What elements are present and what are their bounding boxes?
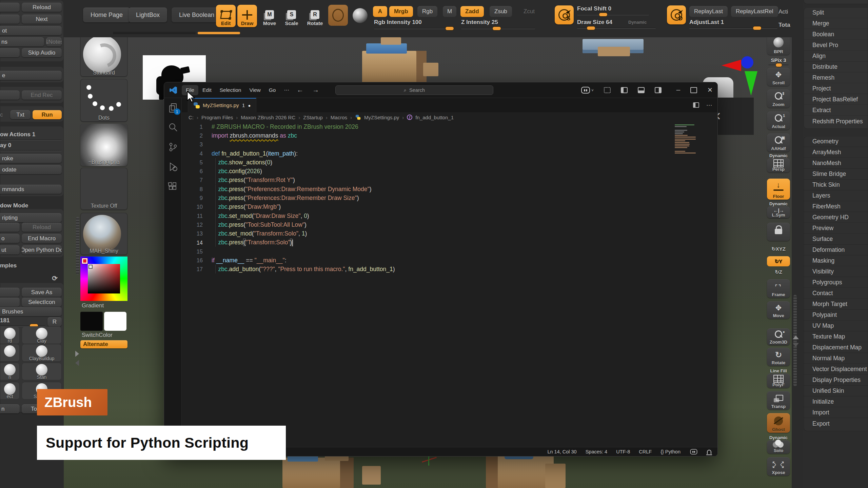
macro-wide-button[interactable]: roke [0,154,62,163]
shelf-scroll-button[interactable]: ✥Scroll [767,68,790,86]
zadd-toggle[interactable]: Zadd [460,6,484,17]
tool-menu-item-export[interactable]: Export [804,418,868,429]
rgb-intensity-slider[interactable]: Rgb Intensity 100 [374,19,451,29]
End Rec-button[interactable]: End Rec [22,90,62,100]
menu-view[interactable]: View [245,85,264,95]
macro-wide-button[interactable]: odate [0,165,62,174]
macro-wide-button[interactable]: ot [0,26,62,35]
brush-thumb-clay[interactable]: Clay [22,326,62,344]
macro-wide-button[interactable]: e [0,71,62,80]
shelf-persp-button[interactable]: Persp [767,158,790,172]
code-line[interactable]: 6 zbc.config(2026) [182,167,717,176]
shelf-aahalf-button[interactable]: ▣AAHalf [767,134,790,152]
axis-gizmo-y[interactable] [745,71,757,96]
brush-thumb-stan[interactable]: Stan [22,363,62,380]
replay-last-button[interactable]: ReplayLast [689,6,728,17]
code-line[interactable]: 1# ZBRUSH MACRO - Recorded in ZBrush ver… [182,122,717,131]
brush-thumb-cut[interactable]: ect [0,382,20,400]
macro-button[interactable] [0,3,20,12]
code-line[interactable]: 8 zbc.press("Preferences:Draw:Remember D… [182,185,717,194]
code-line[interactable]: 9 zbc.press("Preferences:Draw:Remember D… [182,194,717,202]
brush-thumb-cut[interactable] [0,344,20,362]
shelf-xyz-button[interactable]: ↻XYZ [767,244,790,254]
code-line[interactable]: 12 zbc.press("Tool:SubTool:All Low") [182,220,717,229]
z-intensity-slider[interactable]: Z Intensity 25 [461,19,535,29]
draw-mode-button[interactable]: Draw [237,5,257,27]
tool-menu-item-surface[interactable]: Surface [804,234,868,245]
Run-button[interactable]: Run [33,110,62,119]
status-item[interactable]: Spaces: 4 [586,449,608,454]
spix-handle[interactable] [775,63,782,67]
&Notes-button[interactable]: &Notes [46,37,62,46]
tile-mahshiny[interactable]: MAH_Shiny [80,213,127,255]
vscode-window[interactable]: FileEditSelectionViewGo⋯ ← → ⌕ Search ˅ … [164,82,718,456]
source-control-icon[interactable] [168,142,178,152]
breadcrumb-item[interactable]: Maxon ZBrush 2026 RC [241,115,295,120]
macro-button[interactable] [0,90,20,100]
a-toggle[interactable]: A [373,6,387,17]
left-scroll-arrow[interactable] [75,351,79,357]
tool-menu-item-masking[interactable]: Masking [804,256,868,266]
lightbox-button[interactable]: LightBox [129,7,167,22]
adjust-last-slider[interactable]: AdjustLast 1 [689,19,777,29]
spix-slider[interactable]: SPix 3 [767,58,790,66]
rotate-mode-button[interactable]: R Rotate [305,5,325,27]
home-page-button[interactable]: Home Page [83,7,130,22]
editor-more-icon[interactable]: ⋯ [706,102,712,109]
shelf-rotate-button[interactable]: ↻Rotate [767,348,790,366]
tile-brushalpha[interactable]: ~BrushAlpha [80,124,127,166]
tab-myzsettings[interactable]: MyZSettings.py 1 ● [188,98,256,112]
shelf-zoom3d-button[interactable]: ●Zoom3D [767,328,790,345]
o-button[interactable]: o [0,234,20,243]
copilot-button[interactable]: ˅ [581,87,593,94]
tool-menu-item-geometry[interactable]: Geometry [804,136,868,147]
tool-menu-item-polypaint[interactable]: Polypaint [804,310,868,321]
scale-mode-button[interactable]: S Scale [282,5,301,27]
Reload-button[interactable]: Reload [22,223,62,232]
Save As-button[interactable]: Save As [22,288,62,297]
right-scroll-arrow[interactable] [793,336,799,339]
Open Python Do-button[interactable]: Open Python Do [22,245,62,255]
tool-menu-item-display-properties[interactable]: Display Properties [804,375,868,386]
toggle-secondary-sidebar-icon[interactable] [655,87,662,93]
End Macro-button[interactable]: End Macro [22,234,62,243]
tool-menu-item-boolean[interactable]: Boolean [804,29,868,40]
tool-menu-item-uv-map[interactable]: UV Map [804,321,868,331]
modified-dot-icon[interactable]: ● [248,103,251,108]
code-line[interactable]: 3 [182,140,717,149]
breadcrumb-item[interactable]: fn_add_button_1 [415,115,454,120]
secondary-color-swatch[interactable] [104,312,126,331]
nav-back-icon[interactable]: ← [297,86,303,94]
macro-wide-button[interactable]: mmands [0,185,62,194]
run-debug-icon[interactable] [168,162,178,172]
extensions-icon[interactable] [168,181,178,191]
tool-menu-item-morph-target[interactable]: Morph Target [804,299,868,310]
tool-menu-item-vector-displacement[interactable]: Vector Displacement [804,364,868,375]
breadcrumb-item[interactable]: Program Files [201,115,233,120]
macro-slider[interactable]: ow Actions 1 [0,131,62,140]
tool-menu-item-slime-bridge[interactable]: Slime Bridge [804,169,868,180]
shelf-transp-button[interactable]: Transp [767,391,790,410]
right-scrollbar[interactable] [793,295,797,386]
nav-forward-icon[interactable]: → [312,86,319,94]
zsub-toggle[interactable]: Zsub [490,6,512,17]
r-button[interactable]: R [47,317,62,326]
tool-menu-item-preview[interactable]: Preview [804,223,868,234]
gradient-picker[interactable] [80,257,127,301]
status-item[interactable]: Ln 14, Col 30 [547,449,576,454]
tool-menu-item-distribute[interactable]: Distribute [804,62,868,73]
move-mode-button[interactable]: M Move [260,5,279,27]
search-input[interactable]: ⌕ Search [335,85,493,95]
Txt-button[interactable]: Txt [10,110,31,119]
tool-menu-item-bevel-pro[interactable]: Bevel Pro [804,40,868,51]
code-line[interactable]: 4def fn_add_button_1(item_path): [182,149,717,158]
current-material-sphere[interactable] [353,8,368,23]
stroke-tile[interactable]: S [555,5,574,24]
close-button[interactable]: ✕ [707,86,713,94]
tool-menu-item-split[interactable]: Split [804,7,868,18]
tool-menu-item-polygroups[interactable]: Polygroups [804,277,868,288]
shelf-frame-button[interactable]: ⌜⌝Frame [767,279,790,298]
code-line[interactable]: 10 zbc.press("Draw:Mrgb") [182,203,717,211]
shelf-floor-button[interactable]: Floor [767,179,790,200]
code-line[interactable]: 16if __name__ == "__main__": [182,256,717,265]
